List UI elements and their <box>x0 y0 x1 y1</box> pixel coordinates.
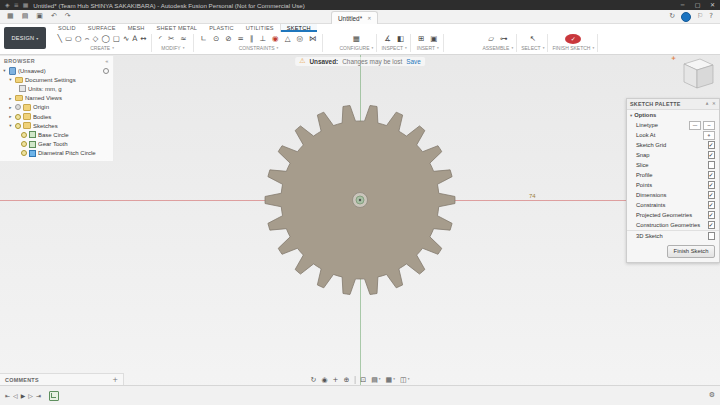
zoom-icon[interactable]: ⊕ <box>343 377 349 384</box>
caret-down-icon[interactable] <box>8 77 13 82</box>
constraints-checkbox[interactable] <box>708 201 716 209</box>
ellipse-icon[interactable]: ◯ <box>100 35 111 43</box>
polygon-icon[interactable]: ◇ <box>91 35 100 43</box>
tab-sketch[interactable]: SKETCH <box>280 23 317 32</box>
browser-item-base-circle[interactable]: Base Circle <box>0 130 113 139</box>
browser-item-root[interactable]: (Unsaved) <box>0 66 113 75</box>
close-palette-icon[interactable]: ✕ <box>712 102 716 107</box>
sketch-grid-checkbox[interactable] <box>708 141 716 149</box>
slice-checkbox[interactable] <box>708 161 716 169</box>
concentric-constraint-icon[interactable]: ◎ <box>293 35 306 43</box>
help-icon[interactable]: ? <box>709 13 713 20</box>
caret-down-icon[interactable] <box>8 123 13 128</box>
finish-sketch-dropdown[interactable]: FINISH SKETCH <box>552 45 594 51</box>
dimension-icon[interactable]: ↔ <box>139 35 148 43</box>
browser-item-origin[interactable]: Origin <box>0 103 113 112</box>
browser-item-sketches[interactable]: Sketches <box>0 121 113 130</box>
caret-right-icon[interactable] <box>8 96 13 101</box>
separator[interactable] <box>354 376 355 384</box>
dock-browser-icon[interactable]: « <box>105 59 109 64</box>
grid-settings-icon[interactable]: ▦ <box>386 377 395 384</box>
finish-sketch-button[interactable]: Finish Sketch <box>667 245 715 258</box>
palette-options-section[interactable]: Options <box>627 110 719 120</box>
app-menu-icon[interactable]: ≡ <box>14 2 19 8</box>
fix-lock-constraint-icon[interactable]: ◉ <box>269 35 282 43</box>
offset-icon[interactable]: ≈ <box>177 35 189 43</box>
tab-surface[interactable]: SURFACE <box>82 23 122 32</box>
look-at-icon[interactable]: ◉ <box>321 377 327 384</box>
tab-utilities[interactable]: UTILITIES <box>240 23 280 32</box>
redo-icon[interactable]: ↷ <box>62 13 74 20</box>
component-color-swatch-icon[interactable] <box>103 68 109 74</box>
configure-icon[interactable]: ▦ <box>350 35 363 43</box>
projected-geometries-checkbox[interactable] <box>708 211 716 219</box>
tab-plastic[interactable]: PLASTIC <box>203 23 240 32</box>
visibility-bulb-icon[interactable] <box>15 123 21 129</box>
coincident-constraint-icon[interactable]: ⊙ <box>210 35 222 43</box>
maximize-button[interactable]: ▢ <box>690 0 705 10</box>
caret-down-icon[interactable] <box>2 68 7 73</box>
look-at-target-icon[interactable]: ⌖ <box>703 131 715 140</box>
view-cube[interactable] <box>676 56 716 96</box>
tangent-constraint-icon[interactable]: ⊘ <box>222 35 234 43</box>
3d-sketch-checkbox[interactable] <box>708 232 716 240</box>
browser-item-gear-tooth[interactable]: Gear Tooth <box>0 140 113 149</box>
viewports-icon[interactable]: ◫ <box>400 377 409 384</box>
user-avatar[interactable] <box>681 12 691 22</box>
browser-item-document-settings[interactable]: Document Settings <box>0 75 113 84</box>
step-back-icon[interactable]: ◁ <box>13 393 18 399</box>
job-status-icon[interactable]: ↻ <box>669 13 675 20</box>
profile-checkbox[interactable] <box>708 171 716 179</box>
visibility-bulb-icon[interactable] <box>21 132 27 138</box>
go-to-end-icon[interactable]: ⇥ <box>36 393 41 399</box>
sketch-palette-header[interactable]: SKETCH PALETTE ∧ ✕ <box>627 99 719 110</box>
configure-dropdown[interactable]: CONFIGURE <box>339 45 373 51</box>
points-checkbox[interactable] <box>708 181 716 189</box>
line-icon[interactable]: ╲ <box>56 35 64 43</box>
insert-icon[interactable]: ⊞ <box>415 35 427 43</box>
symmetry-constraint-icon[interactable]: ⋈ <box>306 35 320 43</box>
browser-item-diametral-pitch-circle[interactable]: Diametral Pitch Circle <box>0 149 113 158</box>
inspect-dropdown[interactable]: INSPECT <box>381 45 406 51</box>
close-tab-icon[interactable]: ✕ <box>367 16 371 21</box>
browser-item-named-views[interactable]: Named Views <box>0 94 113 103</box>
finish-sketch-icon[interactable]: ✓ <box>565 34 581 44</box>
timeline-sketch-feature[interactable] <box>49 391 59 401</box>
trim-icon[interactable]: ✂ <box>165 35 177 43</box>
assemble-dropdown[interactable]: ASSEMBLE <box>482 45 513 51</box>
rectangle-icon[interactable]: ▭ <box>64 35 74 43</box>
workspace-selector[interactable]: DESIGN <box>4 27 46 49</box>
section-analysis-icon[interactable]: ◧ <box>394 35 407 43</box>
gear-sketch[interactable] <box>252 92 468 308</box>
measure-icon[interactable]: ∡ <box>381 35 394 43</box>
snap-checkbox[interactable] <box>708 151 716 159</box>
undo-icon[interactable]: ↶ <box>48 13 60 20</box>
pan-icon[interactable]: + <box>333 377 339 384</box>
arc-icon[interactable]: ⌢ <box>83 35 91 43</box>
visibility-bulb-icon[interactable] <box>15 104 21 110</box>
fillet-icon[interactable]: ◜ <box>156 35 165 43</box>
new-component-icon[interactable]: ▱ <box>485 35 497 43</box>
select-icon[interactable]: ↖ <box>527 35 539 43</box>
create-dropdown[interactable]: CREATE <box>90 45 114 51</box>
display-settings-icon[interactable]: ▤ <box>371 377 380 384</box>
close-button[interactable]: ✕ <box>705 0 720 10</box>
parallel-constraint-icon[interactable]: ∥ <box>247 35 257 43</box>
visibility-bulb-icon[interactable] <box>21 141 27 147</box>
tab-sheet-metal[interactable]: SHEET METAL <box>151 23 204 32</box>
data-panel-icon[interactable]: ▦ <box>4 13 17 20</box>
tab-solid[interactable]: SOLID <box>52 23 82 32</box>
select-dropdown[interactable]: SELECT <box>521 45 544 51</box>
construction-linetype-icon[interactable]: ╌ <box>703 121 715 130</box>
go-to-start-icon[interactable]: ⇤ <box>5 393 10 399</box>
add-comment-icon[interactable]: + <box>112 377 118 384</box>
visibility-bulb-icon[interactable] <box>15 114 21 120</box>
dimensions-checkbox[interactable] <box>708 191 716 199</box>
collapse-palette-icon[interactable]: ∧ <box>705 102 709 107</box>
joint-icon[interactable]: ⊶ <box>497 35 511 43</box>
decal-icon[interactable]: ▣ <box>427 35 440 43</box>
midpoint-constraint-icon[interactable]: △ <box>282 35 294 43</box>
app-logo-icon[interactable]: ◈ <box>5 2 10 8</box>
browser-item-bodies[interactable]: Bodies <box>0 112 113 121</box>
solid-linetype-icon[interactable]: — <box>689 121 701 130</box>
